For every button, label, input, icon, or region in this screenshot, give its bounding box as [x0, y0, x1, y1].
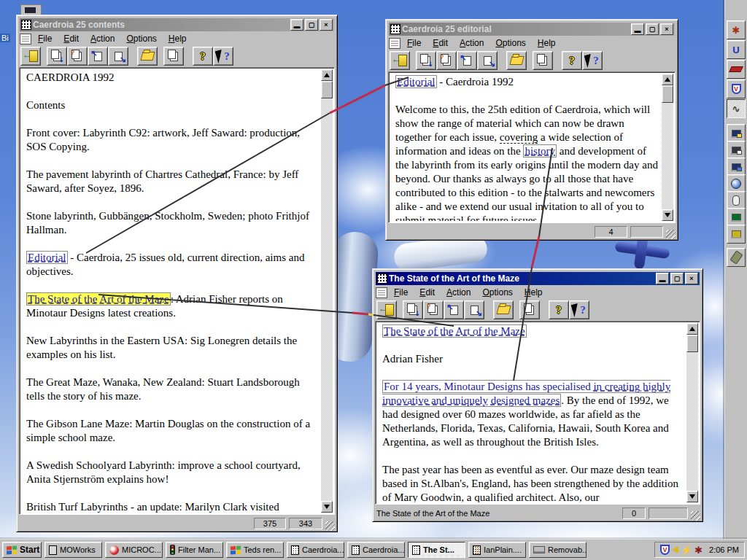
copy-page-down-button[interactable]: ⇣ — [403, 300, 423, 319]
resize-grip[interactable] — [666, 230, 676, 239]
replace-page-button[interactable]: ? — [67, 47, 88, 66]
menu-edit[interactable]: Edit — [427, 37, 453, 49]
titlebar[interactable]: The State of the Art of the Maze ▬ ▢ × — [376, 272, 700, 285]
open-folder-button[interactable] — [137, 47, 158, 66]
copy-docs-button[interactable] — [519, 300, 540, 319]
scroll-down-button[interactable] — [686, 491, 698, 502]
menu-options[interactable]: Options — [121, 33, 161, 44]
virus-star-icon[interactable]: ✱ — [694, 545, 703, 555]
scroll-up-button[interactable] — [662, 74, 673, 85]
state-of-art-link[interactable]: The State of the Art of the Maze — [26, 292, 171, 306]
shield-icon-button[interactable]: V — [727, 79, 746, 98]
menu-help[interactable]: Help — [519, 287, 548, 298]
vertical-scrollbar[interactable] — [686, 323, 698, 502]
scroll-up-button[interactable] — [686, 323, 698, 335]
menu-options[interactable]: Options — [490, 37, 530, 49]
covering-anchor[interactable]: covering — [500, 131, 538, 144]
link-in-button[interactable]: ↖ — [457, 51, 477, 70]
menu-action[interactable]: Action — [441, 287, 476, 298]
taskbar-button-the-state[interactable]: The St... — [408, 542, 465, 558]
copy-page-down-button[interactable]: ⇣ — [416, 51, 436, 70]
menu-edit[interactable]: Edit — [414, 287, 440, 298]
stapler-icon-button[interactable] — [727, 60, 746, 79]
back-exit-door-button[interactable]: ← — [376, 300, 397, 319]
window-title: Caerdroia 25 contents — [33, 20, 289, 30]
state-of-art-title-link[interactable]: The State of the Art of the Maze — [382, 324, 527, 338]
maximize-button[interactable]: ▢ — [670, 273, 684, 284]
link-out-button[interactable]: ↘ — [108, 47, 128, 66]
copy-docs-button[interactable] — [533, 51, 553, 70]
link-out-button[interactable]: ↘ — [464, 300, 484, 319]
open-folder-button[interactable] — [506, 51, 527, 70]
titlebar[interactable]: Caerdroia 25 contents ▬ ▢ × — [20, 18, 334, 31]
minimize-button[interactable]: ▬ — [290, 19, 303, 31]
desktop-icon-label[interactable]: Bi — [0, 34, 10, 42]
help-button[interactable]: ? — [193, 47, 213, 66]
running-man-icon[interactable]: ⚡ — [681, 545, 692, 555]
scroll-down-button[interactable] — [321, 501, 333, 513]
plug-icon-button[interactable]: ∿ — [727, 99, 746, 118]
taskbar-button-caerdroia-2[interactable]: Caerdroia... — [347, 542, 405, 558]
menu-action[interactable]: Action — [454, 37, 489, 49]
scrollbar-thumb[interactable] — [321, 81, 333, 98]
back-exit-door-button[interactable]: ← — [390, 51, 410, 70]
help-button[interactable]: ? — [562, 51, 582, 70]
back-exit-door-button[interactable]: ← — [20, 47, 41, 66]
replace-page-button[interactable]: ? — [436, 51, 457, 70]
minimize-button[interactable]: ▬ — [656, 273, 669, 284]
replace-page-button[interactable]: ? — [423, 300, 444, 319]
close-button[interactable]: × — [685, 273, 698, 284]
context-help-button[interactable]: ? — [213, 47, 233, 66]
magnet-icon-button[interactable]: U — [727, 40, 746, 59]
close-button[interactable]: × — [320, 19, 333, 31]
resize-grip[interactable] — [691, 511, 700, 521]
copy-page-down-button[interactable]: ⇣ — [47, 47, 67, 66]
taskbar-button-caerdroia-1[interactable]: Caerdroia... — [287, 542, 344, 558]
handheld-device-icon-button[interactable] — [727, 248, 746, 267]
taskbar-button-teds[interactable]: Teds ren... — [226, 542, 284, 558]
vertical-scrollbar[interactable] — [321, 69, 333, 513]
menu-action[interactable]: Action — [85, 33, 120, 44]
resize-grip[interactable] — [325, 521, 335, 531]
editorial-link[interactable]: Editorial — [395, 75, 437, 88]
scroll-up-button[interactable] — [321, 69, 333, 81]
taskbar-button-microcosm[interactable]: MICROC... — [105, 542, 163, 558]
start-button[interactable]: Start — [2, 542, 42, 558]
minimize-button[interactable]: ▬ — [631, 23, 644, 35]
link-in-button[interactable]: ↖ — [88, 47, 108, 66]
menu-help[interactable]: Help — [533, 37, 561, 49]
menu-file[interactable]: File — [33, 33, 57, 44]
menu-help[interactable]: Help — [163, 33, 192, 44]
menu-file[interactable]: File — [402, 37, 426, 49]
copy-docs-button[interactable] — [163, 47, 184, 66]
scroll-down-button[interactable] — [662, 209, 673, 221]
history-link[interactable]: history — [523, 144, 557, 158]
help-button[interactable]: ? — [549, 300, 569, 319]
vertical-scrollbar[interactable] — [662, 74, 673, 221]
link-in-button[interactable]: ↖ — [444, 300, 464, 319]
menu-options[interactable]: Options — [477, 287, 517, 298]
maximize-button[interactable]: ▢ — [646, 23, 659, 35]
taskbar-button-filter-manager[interactable]: Filter Man... — [166, 542, 223, 558]
maximize-button[interactable]: ▢ — [305, 19, 318, 31]
scrollbar-thumb[interactable] — [662, 85, 673, 103]
clock[interactable]: 2:06 PM — [709, 545, 739, 554]
titlebar[interactable]: Caerdroia 25 editorial ▬ ▢ × — [389, 23, 675, 36]
close-button[interactable]: × — [660, 23, 673, 35]
open-folder-button[interactable] — [493, 300, 514, 319]
taskbar-button-moworks[interactable]: MOWorks — [44, 542, 102, 558]
editorial-link[interactable]: Editorial — [26, 251, 68, 264]
bug-icon-button[interactable]: ✱ — [727, 20, 746, 39]
paragraph: The past year has been as eventful as ev… — [382, 463, 684, 502]
antivirus-shield-icon[interactable]: V — [660, 545, 670, 555]
menu-edit[interactable]: Edit — [58, 33, 84, 44]
taskbar-button-removable[interactable]: Removab... — [529, 542, 587, 558]
menu-file[interactable]: File — [389, 287, 413, 298]
context-help-button[interactable]: ? — [569, 300, 589, 319]
taskbar-button-ianplain[interactable]: IanPlain.... — [468, 542, 526, 558]
link-out-button[interactable]: ↘ — [477, 51, 498, 70]
computer-yellow-screen-icon-button[interactable] — [727, 225, 746, 244]
context-help-button[interactable]: ? — [582, 51, 603, 70]
volume-speaker-icon[interactable] — [672, 546, 678, 553]
scrollbar-thumb[interactable] — [686, 335, 698, 352]
